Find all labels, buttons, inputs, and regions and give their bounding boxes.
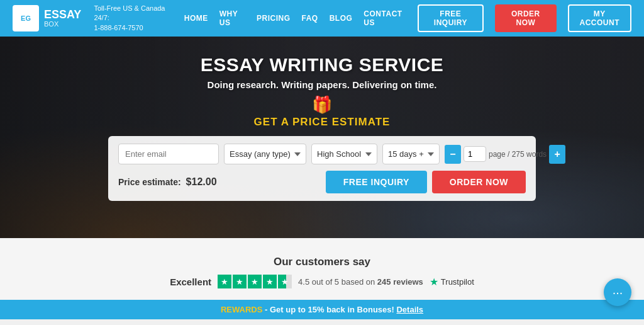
free-inquiry-button[interactable]: FREE INQUIRY bbox=[326, 171, 427, 193]
nav-why-us[interactable]: WHY US bbox=[219, 9, 245, 27]
logo[interactable]: EG ESSAY BOX bbox=[13, 5, 81, 31]
main-nav: HOME WHY US PRICING FAQ BLOG CONTACT US … bbox=[184, 4, 631, 32]
rewards-bar: REWARDS - Get up to 15% back in Bonuses!… bbox=[0, 300, 644, 319]
trustpilot-star-icon: ★ bbox=[430, 276, 438, 288]
nav-home[interactable]: HOME bbox=[184, 14, 208, 23]
hero-section: ESSAY WRITING SERVICE Doing research. Wr… bbox=[0, 37, 644, 238]
education-level-select[interactable]: High School College University Master's … bbox=[311, 144, 377, 164]
rewards-details-link[interactable]: Details bbox=[396, 305, 423, 314]
chat-button[interactable]: ··· bbox=[604, 278, 631, 306]
logo-subtext: BOX bbox=[44, 20, 81, 28]
header-free-inquiry-button[interactable]: FREE INQUIRY bbox=[418, 4, 484, 32]
price-value: $12.00 bbox=[186, 176, 217, 188]
header-order-now-button[interactable]: ORDER NOW bbox=[495, 4, 556, 32]
quantity-input[interactable] bbox=[464, 146, 486, 162]
form-row-2: Price estimate: $12.00 FREE INQUIRY ORDE… bbox=[118, 171, 526, 193]
page-quantity-control: − page / 275 words + bbox=[445, 145, 565, 164]
quantity-decrease-button[interactable]: − bbox=[445, 145, 461, 164]
nav-faq[interactable]: FAQ bbox=[302, 14, 318, 23]
star-5-half: ★ bbox=[278, 275, 292, 288]
star-1: ★ bbox=[218, 275, 231, 288]
email-input[interactable] bbox=[118, 144, 219, 164]
excellent-label: Excellent bbox=[170, 277, 211, 287]
price-form: Essay (any type) Research Paper Term Pap… bbox=[108, 136, 536, 201]
essay-type-select[interactable]: Essay (any type) Research Paper Term Pap… bbox=[224, 144, 306, 164]
quantity-unit-label: page / 275 words bbox=[489, 150, 547, 159]
order-now-button[interactable]: ORDER NOW bbox=[432, 171, 526, 193]
nav-pricing[interactable]: PRICING bbox=[257, 14, 291, 23]
price-estimate-label: Price estimate: bbox=[118, 177, 181, 187]
header: EG ESSAY BOX Toll-Free US & Canada 24/7:… bbox=[0, 0, 644, 37]
nav-blog[interactable]: BLOG bbox=[330, 14, 353, 23]
form-row-1: Essay (any type) Research Paper Term Pap… bbox=[118, 144, 526, 164]
rewards-text: - Get up to 15% back in Bonuses! bbox=[265, 305, 394, 314]
nav-contact[interactable]: CONTACT US bbox=[364, 9, 406, 27]
phone-info: Toll-Free US & Canada 24/7: 1-888-674-75… bbox=[94, 4, 174, 33]
logo-icon: EG bbox=[13, 5, 39, 31]
star-4: ★ bbox=[263, 275, 277, 288]
gift-icon: 🎁 bbox=[312, 95, 332, 115]
price-estimate-heading: GET A PRICE ESTIMATE bbox=[254, 116, 391, 128]
quantity-increase-button[interactable]: + bbox=[549, 145, 565, 164]
trustpilot-row: Excellent ★ ★ ★ ★ ★ 4.5 out of 5 based o… bbox=[13, 275, 631, 288]
rating-text: 4.5 out of 5 based on 245 reviews bbox=[298, 277, 423, 287]
trustpilot-label: Trustpilot bbox=[441, 277, 474, 287]
logo-text: ESSAY bbox=[44, 9, 81, 20]
star-3: ★ bbox=[248, 275, 262, 288]
hero-subtitle: Doing research. Writing papers. Deliveri… bbox=[208, 79, 437, 90]
deadline-select[interactable]: 15 days + 10 days 7 days 5 days 3 days 2… bbox=[382, 144, 440, 164]
reviews-section: Our customers say Excellent ★ ★ ★ ★ ★ 4.… bbox=[0, 238, 644, 300]
hero-title: ESSAY WRITING SERVICE bbox=[201, 54, 444, 76]
reviews-title: Our customers say bbox=[13, 256, 631, 268]
rewards-link[interactable]: REWARDS bbox=[221, 305, 262, 314]
trustpilot-logo: ★ Trustpilot bbox=[430, 276, 474, 288]
star-rating: ★ ★ ★ ★ ★ bbox=[218, 275, 292, 288]
cta-buttons: FREE INQUIRY ORDER NOW bbox=[326, 171, 526, 193]
star-2: ★ bbox=[233, 275, 247, 288]
header-my-account-button[interactable]: MY ACCOUNT bbox=[568, 4, 631, 32]
hero-content: ESSAY WRITING SERVICE Doing research. Wr… bbox=[0, 37, 644, 201]
